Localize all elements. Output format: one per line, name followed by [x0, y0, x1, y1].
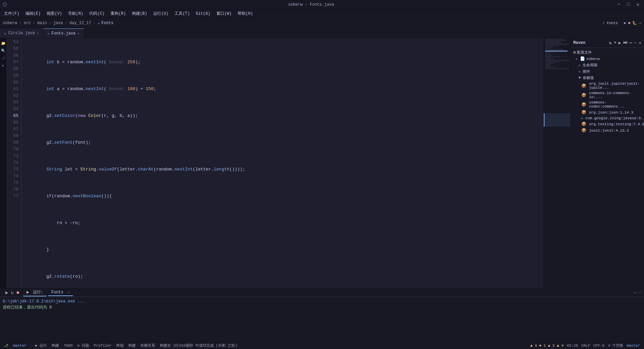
menu-window[interactable]: 窗口(W) — [214, 10, 235, 17]
code-area[interactable]: int b = random.nextInt( bound: 256); int… — [21, 38, 543, 288]
lifecycle-arrow: ▶ — [579, 63, 581, 67]
ln-65: 65 — [9, 113, 18, 119]
close-button[interactable]: ✕ — [635, 1, 641, 8]
terminal-toolbar: ▶ ↻ ■ — [3, 289, 22, 296]
code-line-55: int a = random.nextInt( bound: 100) + 15… — [25, 86, 543, 92]
dep-zxing[interactable]: ▶ com.google.zxing:javase:3... — [571, 116, 644, 121]
status-line-col[interactable]: 65:28 — [566, 343, 579, 348]
nav-sep-1: › — [19, 21, 21, 25]
nav-fonts-file[interactable]: Fonts — [102, 21, 114, 25]
menu-build[interactable]: 构建(B) — [129, 10, 150, 17]
sidebar-git-icon[interactable]: ⎇ — [0, 55, 6, 61]
maven-add-icon[interactable]: + — [614, 40, 617, 46]
maven-soberw-item[interactable]: ▶ 📄 soberw — [571, 56, 644, 62]
nav-more-icon[interactable]: ⋯ — [639, 21, 641, 25]
maven-config-item[interactable]: ⚙ 配置文件 — [571, 49, 644, 56]
tab-circle-close[interactable]: ✕ — [37, 31, 39, 35]
menu-refactor[interactable]: 重构(R) — [108, 10, 129, 17]
bottom-minimize-icon[interactable]: ─ — [639, 290, 641, 295]
dep-commons-codec[interactable]: 📦 commons-codec:commons... — [571, 100, 644, 109]
ln-72: 72 — [9, 159, 18, 166]
menu-help[interactable]: 帮助(H) — [235, 10, 256, 17]
menu-view[interactable]: 视图(V) — [44, 10, 65, 17]
ln-54: 54 — [9, 39, 18, 46]
maven-refresh-icon[interactable]: ↻ — [609, 40, 612, 46]
terminal-play-btn[interactable]: ▶ — [5, 290, 8, 295]
dep-junit[interactable]: 📦 junit:junit:4.13.2 — [571, 127, 644, 134]
tab-fonts[interactable]: ☕ Fonts.java ✕ — [43, 28, 84, 38]
status-encoding[interactable]: UTF-8 — [592, 343, 606, 348]
dep-commons-io[interactable]: 📦 commons-io:commons-io:... — [571, 90, 644, 100]
maven-close-icon[interactable]: ✕ — [639, 40, 641, 46]
maven-skip-icon[interactable]: ⏭ — [623, 40, 628, 46]
nav-debug-icon[interactable]: 🐛 — [632, 21, 637, 25]
bottom-tab-fonts[interactable]: Fonts ✕ — [48, 289, 73, 296]
ln-63: 63 — [9, 99, 18, 106]
dep-icon-3: 📦 — [581, 102, 586, 107]
status-git-icon[interactable]: ⎇ — [3, 343, 10, 348]
minimize-button[interactable]: ─ — [616, 1, 622, 8]
code-line-58: String let = String.valueOf(letter.charA… — [25, 166, 543, 173]
ln-64: 64 — [9, 106, 18, 113]
maximize-button[interactable]: □ — [625, 1, 632, 8]
nav-src[interactable]: src — [23, 21, 31, 25]
status-build2-btn[interactable]: 构建 — [127, 343, 137, 348]
ln-70: 70 — [9, 146, 18, 153]
status-indent[interactable]: 4 个空格 — [606, 343, 625, 348]
zxing-arrow: ▶ — [581, 116, 583, 120]
nav-stop-icon[interactable]: ■ — [628, 21, 631, 25]
maven-lifecycle-item[interactable]: ▶ 生命周期 — [571, 62, 644, 68]
status-build-btn[interactable]: 构建 — [50, 343, 60, 348]
status-line-ending[interactable]: CRLF — [580, 343, 591, 348]
tab-circle[interactable]: ☕ Circle.java ✕ — [0, 28, 43, 38]
menu-edit[interactable]: 编辑(E) — [23, 10, 44, 17]
status-deps-btn[interactable]: 依赖关系 — [139, 343, 156, 348]
dep-json[interactable]: 📦 org.json:json:1.14.3 — [571, 109, 644, 116]
nav-fonts-run-label[interactable]: Fonts — [607, 21, 618, 25]
maven-minimize-icon[interactable]: ─ — [634, 40, 637, 46]
status-warnings[interactable]: ▲ 4 ● 1 ▲ 2 ▲ 4 — [529, 343, 565, 348]
terminal-stop-btn[interactable]: ■ — [16, 290, 19, 295]
plugins-label: 插件 — [583, 69, 590, 74]
menu-nav[interactable]: 导航(N) — [65, 10, 86, 17]
bottom-tab-run[interactable]: ▶ 运行: — [23, 289, 47, 296]
maven-play-icon[interactable]: ▶ — [619, 40, 621, 46]
maven-more-icon[interactable]: ⋯ — [630, 40, 632, 46]
tab-circle-label: Circle.java — [8, 31, 35, 36]
editor-area: 54 55 56 57 58 59 60 61 62 63 64 65 66 6… — [7, 38, 570, 288]
nav-soberw[interactable]: soberw — [3, 21, 17, 25]
dep-testng[interactable]: 📦 org.testing:testing:7.4.0... — [571, 121, 644, 127]
status-problems-btn[interactable]: ⊘ 问题 — [76, 343, 90, 348]
nav-play-icon[interactable]: ▶ — [624, 21, 626, 25]
menu-code[interactable]: 代码(C) — [86, 10, 107, 17]
nav-java[interactable]: java — [53, 21, 63, 25]
status-todo-btn[interactable]: TODO — [62, 344, 74, 348]
menu-run[interactable]: 运行(U) — [150, 10, 171, 17]
menu-file[interactable]: 文件(F) — [1, 10, 22, 17]
maven-deps-item[interactable]: ▼ 依赖项 — [571, 75, 644, 81]
ln-59: 59 — [9, 72, 18, 79]
terminal-rerun-btn[interactable]: ↻ — [11, 290, 13, 295]
bottom-more-icon[interactable]: ⋯ — [634, 290, 637, 295]
sidebar-search-icon[interactable]: 🔍 — [0, 48, 6, 54]
dep-junit-jupiter[interactable]: 📦 org.junit.jupiterjunit-jupite... — [571, 81, 644, 90]
sidebar-project-icon[interactable]: 📁 — [0, 40, 6, 46]
status-git-branch[interactable]: master — [625, 343, 641, 348]
menu-git[interactable]: Git(G) — [193, 11, 213, 17]
menu-tools[interactable]: 工具(T) — [172, 10, 193, 17]
maven-panel-header: Maven ↻ + ▶ ⏭ ⋯ ─ ✕ — [571, 38, 644, 48]
status-terminal-btn[interactable]: 终端 — [115, 343, 125, 348]
terminal-content: G:\jdk\jdk-17.0.1\bin\java.exe ... 进程已结束… — [0, 297, 644, 342]
status-run-btn[interactable]: ▶ 运行 — [34, 343, 48, 348]
fonts-tab-close[interactable]: ✕ — [68, 291, 70, 294]
nav-main[interactable]: main — [37, 21, 47, 25]
maven-plugins-item[interactable]: ▶ 插件 — [571, 68, 644, 75]
nav-sep-2: › — [33, 21, 35, 25]
sidebar-run-icon[interactable]: ▶ — [0, 62, 6, 68]
sidebar: 📁 🔍 ⎇ ▶ — [0, 38, 7, 288]
tab-fonts-close[interactable]: ✕ — [78, 31, 80, 36]
nav-day[interactable]: day_12_17 — [69, 21, 91, 25]
ln-57: 57 — [9, 59, 18, 66]
status-branch[interactable]: master — [12, 344, 28, 348]
status-profiler-btn[interactable]: Profiler — [92, 344, 113, 348]
